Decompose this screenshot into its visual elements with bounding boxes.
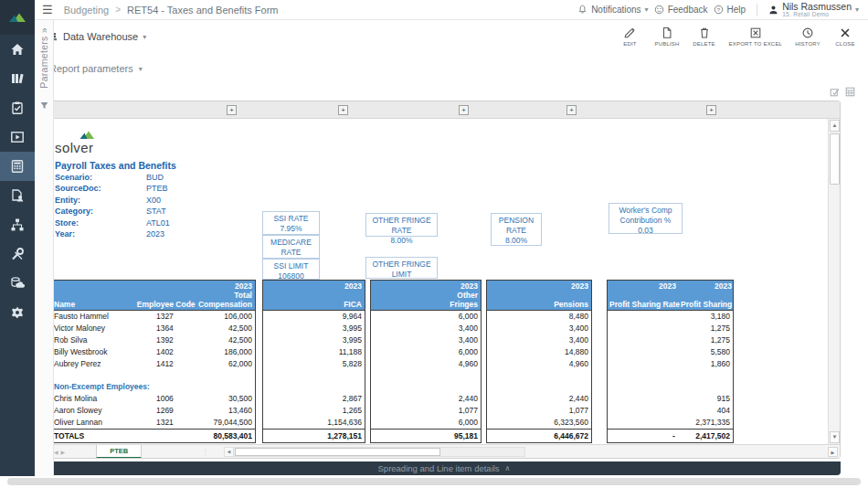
sidebar-item-library[interactable] bbox=[0, 64, 35, 93]
history-button[interactable]: HISTORY bbox=[795, 27, 820, 47]
breadcrumb-section[interactable]: Budgeting bbox=[64, 5, 110, 16]
table-row[interactable]: 915 bbox=[608, 393, 733, 405]
help-button[interactable]: ? Help bbox=[714, 5, 746, 15]
table-row[interactable]: Oliver Lannan132179,044,500 bbox=[52, 417, 255, 429]
edit-button[interactable]: EDIT bbox=[618, 27, 641, 47]
table-row[interactable]: 5,580 bbox=[608, 346, 733, 358]
cell-code[interactable]: 1269 bbox=[135, 405, 195, 417]
rate-box-workers-comp[interactable]: Worker's CompContribution %0.03 bbox=[609, 203, 683, 234]
publish-button[interactable]: PUBLISH bbox=[654, 27, 679, 47]
sidebar-item-settings[interactable] bbox=[0, 298, 35, 327]
table-row[interactable] bbox=[371, 369, 481, 381]
table-row[interactable]: 1,860 bbox=[608, 358, 733, 370]
table-row[interactable]: 8,480 bbox=[487, 311, 591, 323]
report-parameters-toggle[interactable]: Report parameters bbox=[49, 63, 133, 74]
table-row[interactable]: Aubrey Perez141262,000 bbox=[52, 358, 255, 370]
cell-pensions[interactable]: 3,400 bbox=[487, 334, 591, 346]
cell-fica[interactable]: 3,995 bbox=[263, 323, 365, 334]
cell-fringes[interactable] bbox=[371, 381, 481, 393]
table-row[interactable]: 3,180 bbox=[608, 311, 733, 323]
cell-ps_rate[interactable] bbox=[608, 334, 678, 346]
cell-fringes[interactable]: 2,440 bbox=[371, 393, 481, 405]
cell-fringes[interactable] bbox=[371, 369, 481, 381]
table-row[interactable]: 4,960 bbox=[371, 358, 481, 370]
data-source-selector[interactable]: Data Warehouse ▾ bbox=[48, 31, 146, 42]
cell-ps[interactable]: 915 bbox=[678, 393, 733, 405]
cell-pensions[interactable]: 1,077 bbox=[487, 405, 591, 417]
cell-fica[interactable]: 3,995 bbox=[263, 334, 365, 346]
sheet-param-value[interactable]: ATL01 bbox=[146, 217, 201, 228]
cell-name[interactable]: Billy Westbrook bbox=[52, 346, 135, 358]
table-row[interactable]: 1,275 bbox=[608, 334, 733, 346]
table-row[interactable] bbox=[263, 369, 365, 381]
spreading-details-bar[interactable]: Spreading and Line item details ∧ bbox=[48, 461, 841, 475]
cell-ps[interactable]: 2,371,335 bbox=[678, 417, 733, 429]
cell-pensions[interactable]: 3,400 bbox=[487, 323, 591, 334]
table-row[interactable]: Aaron Slowey126913,460 bbox=[52, 405, 255, 417]
cell-comp[interactable]: 42,500 bbox=[196, 334, 255, 346]
cell-code[interactable]: 1327 bbox=[135, 311, 195, 323]
cell-code[interactable]: 1364 bbox=[135, 323, 195, 334]
export-to-excel-button[interactable]: EXPORT TO EXCEL bbox=[729, 27, 783, 47]
scroll-right-button[interactable]: ▶ bbox=[828, 447, 838, 457]
cell-ps_rate[interactable] bbox=[608, 346, 678, 358]
sidebar-item-data-warehouse[interactable] bbox=[0, 269, 35, 298]
cell-ps_rate[interactable] bbox=[608, 323, 678, 334]
cell-code[interactable]: 1402 bbox=[135, 346, 195, 358]
rate-box-other-fringe-limit[interactable]: OTHER FRINGE LIMIT75000 bbox=[365, 257, 438, 279]
cell-code[interactable] bbox=[136, 381, 196, 393]
cell-ps[interactable]: 1,275 bbox=[678, 323, 733, 334]
cell-name[interactable]: Aaron Slowey bbox=[52, 405, 135, 417]
cell-ps[interactable]: 1,860 bbox=[678, 358, 733, 370]
cell-comp[interactable]: 13,460 bbox=[196, 405, 255, 417]
table-row[interactable]: Rob Silva139242,500 bbox=[52, 334, 255, 346]
cell-fica[interactable] bbox=[263, 381, 365, 393]
cell-name[interactable]: Aubrey Perez bbox=[52, 358, 135, 370]
column-group-expand-button[interactable]: + bbox=[566, 105, 577, 115]
cell-pensions[interactable] bbox=[487, 381, 591, 393]
cell-fica[interactable]: 1,265 bbox=[263, 405, 365, 417]
table-row[interactable]: 5,828 bbox=[263, 358, 365, 370]
notifications-button[interactable]: Notifications▾ bbox=[577, 5, 648, 15]
table-row[interactable]: Chris Molina100630,500 bbox=[52, 393, 255, 405]
table-row[interactable]: 1,275 bbox=[608, 323, 733, 334]
table-row[interactable]: 11,188 bbox=[263, 346, 365, 358]
sidebar-item-report-player[interactable] bbox=[0, 122, 35, 152]
cell-pensions[interactable]: 6,323,560 bbox=[487, 417, 591, 429]
table-row[interactable]: Billy Westbrook1402186,000 bbox=[52, 346, 255, 358]
table-row[interactable] bbox=[487, 381, 591, 393]
parameters-panel-collapsed[interactable]: Parameters » bbox=[35, 20, 54, 476]
table-row[interactable]: 2,867 bbox=[263, 393, 365, 405]
cell-fica[interactable]: 5,828 bbox=[263, 358, 365, 370]
cell-fringes[interactable]: 6,000 bbox=[371, 311, 481, 323]
table-row[interactable] bbox=[487, 369, 591, 381]
cell-comp[interactable]: 79,044,500 bbox=[196, 417, 255, 429]
cell-comp[interactable]: 30,500 bbox=[196, 393, 255, 405]
cell-ps[interactable] bbox=[678, 381, 733, 393]
hamburger-menu-icon[interactable]: ☰ bbox=[42, 4, 53, 16]
cell-comp[interactable]: 106,000 bbox=[196, 311, 255, 323]
sheet-nav-arrows[interactable]: ◀▶ bbox=[54, 449, 68, 455]
table-row[interactable]: Non-Excempt Employees: bbox=[52, 381, 255, 393]
cell-fringes[interactable]: 4,960 bbox=[371, 358, 481, 370]
table-row[interactable]: 6,000 bbox=[371, 346, 481, 358]
sidebar-item-process-flow[interactable] bbox=[0, 210, 35, 239]
sidebar-item-home[interactable] bbox=[0, 35, 35, 64]
table-row[interactable]: 1,154,636 bbox=[263, 417, 365, 429]
cell-ps_rate[interactable] bbox=[608, 369, 678, 381]
cell-ps[interactable]: 404 bbox=[678, 405, 733, 417]
table-row[interactable]: 14,880 bbox=[487, 346, 591, 358]
cell-fica[interactable]: 9,964 bbox=[263, 311, 365, 323]
sheet-canvas[interactable]: solver Payroll Taxes and Benefits Scenar… bbox=[48, 119, 840, 444]
cell-name[interactable]: Rob Silva bbox=[52, 334, 135, 346]
rate-box-ssi-rate[interactable]: SSI RATE7.95% bbox=[262, 211, 320, 235]
cell-code[interactable]: 1412 bbox=[135, 358, 195, 370]
scroll-left-button[interactable]: ◀ bbox=[225, 448, 234, 456]
table-row[interactable]: 3,400 bbox=[487, 334, 591, 346]
user-menu[interactable]: Nils Rasmussen 15. Retail Demo ▾ bbox=[768, 2, 859, 17]
table-row[interactable]: Fausto Hammel1327106,000 bbox=[52, 311, 255, 323]
column-group-expand-button[interactable]: + bbox=[459, 105, 469, 115]
cell-ps_rate[interactable] bbox=[608, 405, 678, 417]
grid-view-icon[interactable] bbox=[845, 84, 855, 99]
cell-ps_rate[interactable] bbox=[608, 381, 678, 393]
